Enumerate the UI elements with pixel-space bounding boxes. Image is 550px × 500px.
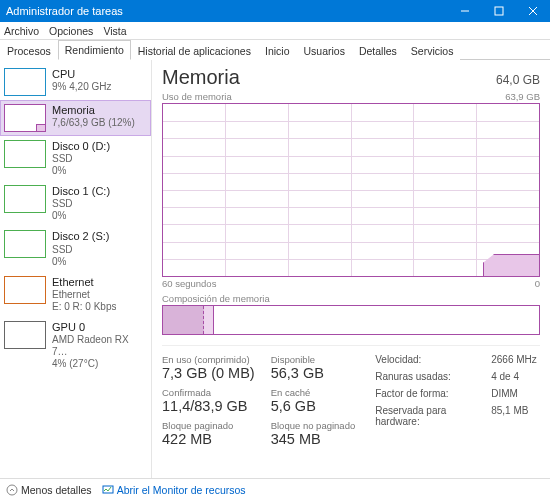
page-title: Memoria xyxy=(162,66,240,89)
menubar: Archivo Opciones Vista xyxy=(0,22,550,40)
sidebar-item-label: CPU xyxy=(52,68,111,81)
footer: Menos detalles Abrir el Monitor de recur… xyxy=(0,478,550,500)
fewer-details-button[interactable]: Menos detalles xyxy=(6,484,92,496)
cpu-thumb-icon xyxy=(4,68,46,96)
stat-value-available: 56,3 GB xyxy=(271,365,356,381)
svg-rect-2 xyxy=(103,486,113,493)
sidebar-item-disk1[interactable]: Disco 1 (C:) SSD 0% xyxy=(0,181,151,226)
tab-processes[interactable]: Procesos xyxy=(0,41,58,60)
kv-form-label: Factor de forma: xyxy=(375,388,485,399)
svg-point-1 xyxy=(7,485,17,495)
memory-usage-chart xyxy=(162,103,540,277)
kv-form-value: DIMM xyxy=(491,388,518,399)
menu-options[interactable]: Opciones xyxy=(49,25,93,37)
titlebar: Administrador de tareas xyxy=(0,0,550,22)
close-button[interactable] xyxy=(516,0,550,22)
maximize-button[interactable] xyxy=(482,0,516,22)
menu-file[interactable]: Archivo xyxy=(4,25,39,37)
tab-app-history[interactable]: Historial de aplicaciones xyxy=(131,41,258,60)
window-title: Administrador de tareas xyxy=(6,5,448,17)
sidebar-item-gpu0[interactable]: GPU 0 AMD Radeon RX 7… 4% (27°C) xyxy=(0,317,151,374)
sidebar-item-ethernet[interactable]: Ethernet Ethernet E: 0 R: 0 Kbps xyxy=(0,272,151,317)
sidebar-item-disk2[interactable]: Disco 2 (S:) SSD 0% xyxy=(0,226,151,271)
composition-label: Composición de memoria xyxy=(162,293,540,304)
tab-details[interactable]: Detalles xyxy=(352,41,404,60)
x-axis-left: 60 segundos xyxy=(162,278,216,289)
stat-label-inuse: En uso (comprimido) xyxy=(162,354,255,365)
chart-label-left: Uso de memoria xyxy=(162,91,232,102)
stat-label-pagedpool: Bloque paginado xyxy=(162,420,255,431)
sidebar: CPU 9% 4,20 GHz Memoria 7,6/63,9 GB (12%… xyxy=(0,60,152,478)
sidebar-item-memory[interactable]: Memoria 7,6/63,9 GB (12%) xyxy=(0,100,151,136)
disk-thumb-icon xyxy=(4,140,46,168)
kv-slots-label: Ranuras usadas: xyxy=(375,371,485,382)
tab-performance[interactable]: Rendimiento xyxy=(58,40,131,60)
monitor-icon xyxy=(102,484,114,496)
stat-label-nonpagedpool: Bloque no paginado xyxy=(271,420,356,431)
stat-label-cached: En caché xyxy=(271,387,356,398)
sidebar-item-label: GPU 0 xyxy=(52,321,145,334)
x-axis-right: 0 xyxy=(535,278,540,289)
tabbar: Procesos Rendimiento Historial de aplica… xyxy=(0,40,550,60)
sidebar-item-cpu[interactable]: CPU 9% 4,20 GHz xyxy=(0,64,151,100)
memory-composition-bar xyxy=(162,305,540,335)
stat-value-pagedpool: 422 MB xyxy=(162,431,255,447)
disk-thumb-icon xyxy=(4,230,46,258)
kv-reserved-value: 85,1 MB xyxy=(491,405,528,427)
svg-rect-0 xyxy=(495,7,503,15)
disk-thumb-icon xyxy=(4,185,46,213)
sidebar-item-label: Disco 0 (D:) xyxy=(52,140,110,153)
kv-speed-value: 2666 MHz xyxy=(491,354,537,365)
sidebar-item-label: Disco 1 (C:) xyxy=(52,185,110,198)
stat-label-available: Disponible xyxy=(271,354,356,365)
kv-speed-label: Velocidad: xyxy=(375,354,485,365)
gpu-thumb-icon xyxy=(4,321,46,349)
capacity-label: 64,0 GB xyxy=(496,73,540,87)
minimize-button[interactable] xyxy=(448,0,482,22)
chevron-up-icon xyxy=(6,484,18,496)
stat-value-cached: 5,6 GB xyxy=(271,398,356,414)
ethernet-thumb-icon xyxy=(4,276,46,304)
open-resource-monitor-link[interactable]: Abrir el Monitor de recursos xyxy=(102,484,246,496)
chart-label-right: 63,9 GB xyxy=(505,91,540,102)
tab-startup[interactable]: Inicio xyxy=(258,41,297,60)
chart-fill xyxy=(483,254,539,276)
tab-users[interactable]: Usuarios xyxy=(296,41,351,60)
stat-label-committed: Confirmada xyxy=(162,387,255,398)
sidebar-item-label: Ethernet xyxy=(52,276,116,289)
menu-view[interactable]: Vista xyxy=(103,25,126,37)
stat-value-inuse: 7,3 GB (0 MB) xyxy=(162,365,255,381)
sidebar-item-label: Memoria xyxy=(52,104,135,117)
stat-value-committed: 11,4/83,9 GB xyxy=(162,398,255,414)
tab-services[interactable]: Servicios xyxy=(404,41,461,60)
memory-thumb-icon xyxy=(4,104,46,132)
sidebar-item-disk0[interactable]: Disco 0 (D:) SSD 0% xyxy=(0,136,151,181)
kv-reserved-label: Reservada para hardware: xyxy=(375,405,485,427)
main-pane: Memoria 64,0 GB Uso de memoria 63,9 GB 6… xyxy=(152,60,550,478)
stat-value-nonpagedpool: 345 MB xyxy=(271,431,356,447)
kv-slots-value: 4 de 4 xyxy=(491,371,519,382)
sidebar-item-label: Disco 2 (S:) xyxy=(52,230,109,243)
